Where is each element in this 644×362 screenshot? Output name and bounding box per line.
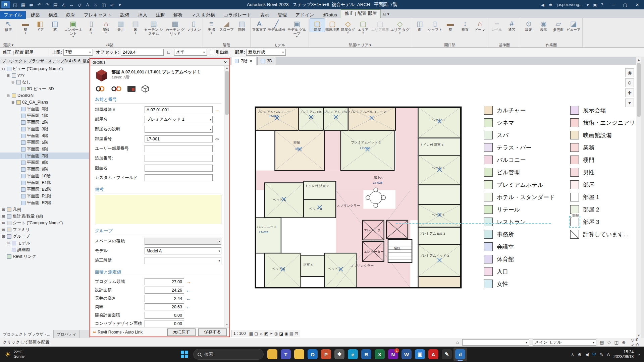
tree-item[interactable]: 平面図: R2階 <box>0 199 89 206</box>
ribbon-tab[interactable]: dRofus <box>319 11 341 19</box>
tree-item[interactable]: ⊟ ??? <box>0 72 89 79</box>
ribbon-panel-label[interactable]: モデル <box>252 42 308 47</box>
revit-app-menu-button[interactable]: R <box>1 1 10 8</box>
tree-item[interactable]: ⊞ シート ("Company Name") <box>0 220 89 226</box>
legend-item[interactable]: 入口 <box>484 267 555 276</box>
show-crop-icon[interactable]: ◎ <box>274 331 278 336</box>
tree-expander-icon[interactable]: ⊞ <box>1 221 6 225</box>
model-text-button[interactable]: A 立体文字 ▾ <box>252 19 267 32</box>
legend-item[interactable]: 事務所 <box>484 230 555 239</box>
wall-opening-button[interactable]: ▬ 壁 ▾ <box>443 19 458 32</box>
undo-button[interactable]: 元に戻す <box>167 328 196 336</box>
tree-item[interactable]: 平面図: 3階 <box>0 126 89 132</box>
ribbon-tab-modify-place-room[interactable]: 修正 | 配置 部屋 <box>341 9 381 18</box>
curtain-grid-button[interactable]: ▦ カーテン グリッド ▾ <box>164 19 186 36</box>
legend-item[interactable]: カルチャー <box>484 106 555 115</box>
ime-icon[interactable]: A <box>607 352 610 357</box>
tree-item[interactable]: ⊟ 02_GA_Plans <box>0 99 89 106</box>
transfer-arrow-icon[interactable]: ∞ <box>213 136 221 142</box>
field-input[interactable]: L7-001 ▾ <box>145 135 213 142</box>
field-select[interactable]: Model A ▾ <box>145 247 221 254</box>
tree-item[interactable]: 平面図: 7階 <box>0 153 89 159</box>
model-group-button[interactable]: ▣ モデル グループ ▾ <box>286 19 308 38</box>
field-input[interactable]: 20.63 <box>145 303 184 310</box>
help-icon[interactable]: ? <box>601 2 603 7</box>
ramp-button[interactable]: ◢ スロープ ▾ <box>219 19 234 32</box>
measure-icon[interactable]: ∠ <box>60 1 67 8</box>
legend-item[interactable]: シネマ <box>484 118 555 127</box>
crop-view-icon[interactable]: ✂ <box>269 331 273 336</box>
ribbon-panel-label[interactable]: 作業面 <box>521 42 581 47</box>
open-file-icon[interactable]: ◱ <box>11 1 19 8</box>
settings-icon[interactable]: ✱ <box>333 348 346 361</box>
field-input[interactable]: ▾ <box>145 145 213 152</box>
onenote-icon[interactable]: N 1 <box>386 348 400 361</box>
excel-icon[interactable]: X <box>373 348 386 361</box>
modify-button[interactable]: ↖ 修正 ▾ <box>1 19 16 32</box>
legend-item[interactable]: 女性 <box>484 280 555 288</box>
tree-item[interactable]: 平面図: 4階 <box>0 132 89 139</box>
section-icon[interactable]: ◫ <box>100 1 107 8</box>
scroll-down-icon[interactable]: ▼ <box>636 334 641 337</box>
field-select[interactable]: ▾ <box>145 238 221 245</box>
minimize-button[interactable]: ─ <box>607 0 619 9</box>
ribbon-tab[interactable]: 挿入 <box>135 11 151 19</box>
legend-item[interactable]: 業務 <box>570 143 636 152</box>
undo-icon[interactable]: ↶ <box>36 1 43 8</box>
tree-item[interactable]: 平面図: 5階 <box>0 139 89 146</box>
tree-item[interactable]: 平面図: 8階 <box>0 159 89 166</box>
navigation-wheel-icon[interactable]: ◉ <box>625 68 634 77</box>
network-icon[interactable]: ⊕ <box>578 352 582 357</box>
worksets-icon[interactable]: ▤ <box>600 340 604 345</box>
floor-plan[interactable]: プレミアムバルコニーL7-003プレミアム E/S 1プレミアム E/S 2プレ… <box>252 104 464 291</box>
ribbon-tab[interactable]: アドイン <box>292 11 318 19</box>
legend-item[interactable]: 部屋 1 <box>570 193 636 201</box>
screenshot-icon[interactable] <box>127 85 136 93</box>
start-button[interactable] <box>178 348 191 361</box>
taskbar-search-input[interactable]: 検索 <box>193 349 264 360</box>
legend-item[interactable]: 部屋 <box>570 180 636 189</box>
offset-input[interactable]: 2438.4 <box>121 49 164 56</box>
tree-expander-icon[interactable]: ⊞ <box>1 214 6 219</box>
photos-icon[interactable]: ▣ <box>413 348 427 361</box>
tree-expander-icon[interactable]: ⊞ <box>6 241 10 245</box>
ribbon-tab[interactable]: マス & 外構 <box>187 11 219 19</box>
main-model-select[interactable]: メイン モデル ▾ <box>533 339 596 346</box>
weather-widget[interactable]: ☀ 22°C Sunny <box>0 350 30 359</box>
legend-item[interactable]: プレミアムホテル <box>484 180 555 189</box>
column-button[interactable]: ▯ 柱 ▾ <box>84 19 99 35</box>
snip-icon[interactable]: ✎ <box>440 348 453 361</box>
curtain-system-button[interactable]: ▥ カーテン システム ▾ <box>143 19 164 36</box>
field-input[interactable]: 0.00 <box>145 320 184 327</box>
transfer-arrow-icon[interactable]: ← <box>184 287 193 293</box>
drofus-scrollbar[interactable]: ▲ ▼ <box>224 66 229 327</box>
railing-button[interactable]: ≡ 手摺 ▾ <box>204 19 219 35</box>
room-tag-button[interactable]: ◇ 部屋タグ ▾ <box>340 19 356 35</box>
room-separator-button[interactable]: ▢ 部屋境界 ▾ <box>325 19 340 32</box>
ribbon-panel-label[interactable]: 階段 <box>204 42 249 47</box>
signed-in-user[interactable]: jasper.wong... <box>557 2 583 7</box>
visual-style-icon[interactable]: ◻ <box>254 331 258 336</box>
door-button[interactable]: ◧ ドア ▾ <box>33 19 48 32</box>
field-input[interactable]: プレミアムベッド 1 ▾ <box>145 116 213 123</box>
tree-item[interactable]: ⊟ なし <box>0 79 89 85</box>
tree-item[interactable]: 平面図: 9階 <box>0 166 89 173</box>
legend-item[interactable]: 映画館設備 <box>570 131 636 139</box>
leader-checkbox[interactable] <box>210 50 214 54</box>
revit-icon[interactable]: R <box>360 348 373 361</box>
legend-item[interactable]: 会議室 <box>484 242 555 251</box>
print-icon[interactable]: ▤ <box>52 1 59 8</box>
scale-button[interactable]: 1 : 100 <box>233 331 248 336</box>
design-option-combo[interactable]: ▾ <box>462 339 529 346</box>
pan-icon[interactable]: ✚ <box>625 88 634 97</box>
mullion-button[interactable]: ▯ マリオン ▾ <box>186 19 202 32</box>
editable-only-icon[interactable]: ◫ <box>614 340 618 345</box>
tree-expander-icon[interactable]: ⊟ <box>11 80 15 84</box>
legend-item[interactable]: 計算しています... <box>570 230 636 239</box>
legend-item[interactable]: 部屋 2 <box>570 205 636 214</box>
level-button[interactable]: ╍ レベル ▾ <box>489 19 504 32</box>
outlook-icon[interactable]: O <box>306 348 319 361</box>
file-explorer-icon[interactable] <box>266 348 279 361</box>
tree-item[interactable]: 詳細図 <box>0 246 89 253</box>
teams-icon[interactable]: T <box>279 348 292 361</box>
